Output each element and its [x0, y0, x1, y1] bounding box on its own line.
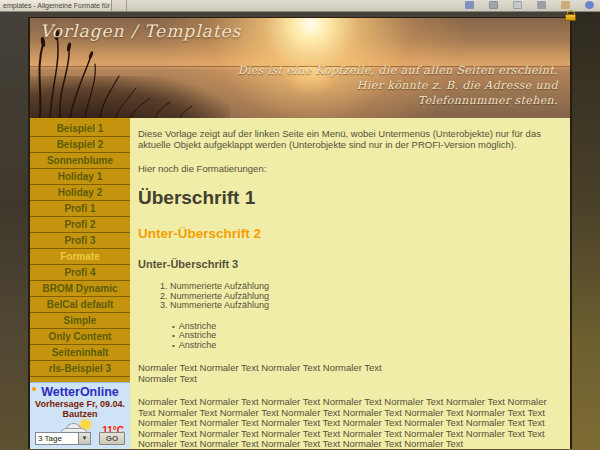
sidebar-item-profi-1[interactable]: Profi 1: [30, 201, 130, 217]
site-title: Vorlagen / Templates: [40, 21, 241, 41]
sidebar-item-holiday-2[interactable]: Holiday 2: [30, 185, 130, 201]
sidebar-item-seiteninhalt[interactable]: Seiteninhalt: [30, 345, 130, 361]
browser-tab[interactable]: emplates - Allgemeine Formate für Texte …: [0, 0, 112, 11]
window-icon[interactable]: [537, 1, 546, 9]
tagline-line-3: Telefonnummer stehen.: [238, 93, 558, 108]
sidebar-item-only-content[interactable]: Only Content: [30, 329, 130, 345]
grass-icon: [30, 28, 230, 118]
sidebar-item-beispiel-1[interactable]: Beispiel 1: [30, 121, 130, 137]
sidebar-item-profi-2[interactable]: Profi 2: [30, 217, 130, 233]
sidebar-item-belcal-default[interactable]: BelCal default: [30, 297, 130, 313]
folder-icon[interactable]: [561, 1, 570, 9]
go-button[interactable]: GO: [99, 432, 125, 445]
bullet-list: Anstriche Anstriche Anstriche: [138, 322, 560, 351]
sidebar-item-formate[interactable]: Formate: [30, 249, 130, 265]
wetteronline-logo[interactable]: WetterOnline: [30, 385, 130, 399]
bullet-list-item: Anstriche: [172, 331, 560, 341]
browser-tab-bar: emplates - Allgemeine Formate für Texte …: [0, 0, 600, 12]
sidebar-menu: Beispiel 1 Beispiel 2 Sonnenblume Holida…: [30, 118, 130, 449]
lock-icon[interactable]: [565, 10, 577, 21]
forecast-date: Vorhersage Fr, 09.04.: [30, 399, 130, 409]
page-background-right: [568, 11, 600, 450]
forecast-location: Bautzen: [30, 409, 130, 419]
normal-text-long: Normaler Text Normaler Text Normaler Tex…: [138, 397, 560, 449]
heading-2: Unter-Überschrift 2: [138, 226, 560, 241]
tagline-line-2: Hier könnte z. B. die Adresse und: [238, 78, 558, 93]
numbered-list: Nummerierte Aufzählung Nummerierte Aufzä…: [138, 282, 560, 311]
numbered-list-item: Nummerierte Aufzählung: [170, 301, 560, 311]
site-template: Vorlagen / Templates Dies ist eine Kopfz…: [28, 17, 572, 449]
weather-widget: WetterOnline Vorhersage Fr, 09.04. Bautz…: [30, 382, 130, 449]
chevron-down-icon[interactable]: ▼: [78, 433, 90, 444]
page-header: Vorlagen / Templates Dies ist eine Kopfz…: [30, 18, 570, 118]
print-icon[interactable]: [489, 1, 498, 9]
main-content: Diese Vorlage zeigt auf der linken Seite…: [130, 118, 570, 449]
sidebar-item-simple[interactable]: Simple: [30, 313, 130, 329]
heading-1: Überschrift 1: [138, 187, 560, 209]
normal-text-short: Normaler Text Normaler Text Normaler Tex…: [138, 363, 560, 384]
sidebar-item-sonnenblume[interactable]: Sonnenblume: [30, 153, 130, 169]
browser-toolbar: [465, 1, 594, 9]
sidebar-item-profi-4[interactable]: Profi 4: [30, 265, 130, 281]
forecast-range-value: 3 Tage: [38, 434, 62, 443]
bullet-list-item: Anstriche: [172, 322, 560, 332]
sidebar-item-beispiel-2[interactable]: Beispiel 2: [30, 137, 130, 153]
intro-paragraph: Diese Vorlage zeigt auf der linken Seite…: [138, 128, 560, 150]
sidebar-item-profi-3[interactable]: Profi 3: [30, 233, 130, 249]
sidebar-item-holiday-1[interactable]: Holiday 1: [30, 169, 130, 185]
bullet-list-item: Anstriche: [172, 341, 560, 351]
formats-label: Hier noch die Formatierungen:: [138, 163, 560, 174]
sidebar-item-rls-beispiel-3[interactable]: rls-Beispiel 3: [30, 361, 130, 377]
sun-dot-icon: [32, 387, 36, 391]
header-tagline: Dies ist eine Kopfzeile, die auf allen S…: [238, 63, 558, 108]
page-icon[interactable]: [513, 1, 522, 9]
navigate-icon[interactable]: [465, 1, 474, 9]
help-icon[interactable]: [585, 1, 594, 9]
tab-separator: [126, 0, 127, 11]
tagline-line-1: Dies ist eine Kopfzeile, die auf allen S…: [238, 63, 558, 78]
heading-3: Unter-Überschrift 3: [138, 258, 560, 270]
sidebar-item-brom-dynamic[interactable]: BROM Dynamic: [30, 281, 130, 297]
forecast-range-select[interactable]: 3 Tage ▼: [35, 432, 91, 445]
browser-tab-title: emplates - Allgemeine Formate für Texte …: [3, 2, 112, 9]
